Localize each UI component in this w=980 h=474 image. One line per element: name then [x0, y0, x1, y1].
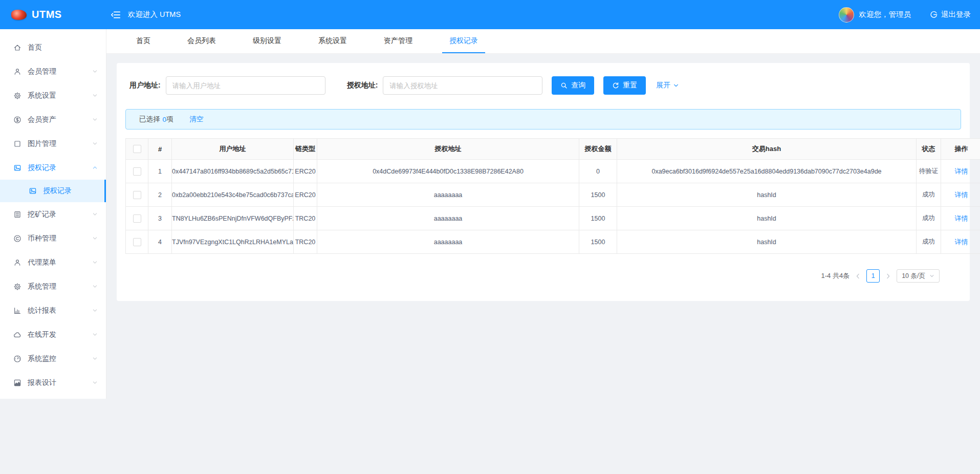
amount-cell: 1500	[579, 183, 617, 207]
chevron-down-icon	[929, 273, 934, 278]
select-all-checkbox[interactable]	[133, 145, 141, 153]
chevron-down-icon	[92, 117, 98, 122]
row-checkbox[interactable]	[133, 191, 141, 199]
clear-selection-link[interactable]: 清空	[190, 115, 204, 124]
sidebar-item-home[interactable]: 首页	[0, 35, 106, 59]
chevron-down-icon	[92, 260, 98, 265]
sidebar-item-label: 系统设置	[28, 91, 56, 100]
user-address-cell: TJVfn97VEzgngXtC1LQhRzLRHA1eMYLaQG	[172, 230, 294, 254]
sidebar-item-statistics-report[interactable]: 统计报表	[0, 298, 106, 322]
sidebar-item-online-dev[interactable]: 在线开发	[0, 322, 106, 347]
row-checkbox[interactable]	[133, 238, 141, 246]
chevron-up-icon	[92, 165, 98, 170]
sidebar-item-auth-records[interactable]: 授权记录	[0, 156, 106, 180]
selection-alert: 已选择 0 项 清空	[125, 109, 961, 130]
action-cell: 详情	[941, 183, 980, 207]
status-cell: 成功	[917, 230, 941, 254]
gear-icon	[13, 283, 21, 291]
detail-link[interactable]: 详情	[955, 238, 968, 246]
chevron-down-icon	[92, 332, 98, 337]
tab-label: 系统设置	[318, 36, 347, 46]
sidebar-item-report-design[interactable]: 报表设计	[0, 371, 106, 395]
search-button[interactable]: 查询	[552, 76, 594, 95]
chevron-down-icon	[92, 235, 98, 241]
sidebar-item-label: 统计报表	[28, 306, 56, 315]
square-icon	[13, 140, 21, 148]
area-chart-icon	[13, 379, 21, 387]
detail-link[interactable]: 详情	[955, 167, 968, 175]
index-cell: 2	[148, 183, 172, 207]
detail-link[interactable]: 详情	[955, 191, 968, 199]
sidebar: 首页会员管理系统设置会员资产图片管理授权记录授权记录挖矿记录币种管理代理菜单系统…	[0, 29, 106, 399]
detail-link[interactable]: 详情	[955, 214, 968, 222]
tx-hash-cell: hashId	[617, 207, 917, 230]
column-header: 授权地址	[317, 139, 579, 160]
sidebar-item-label: 在线开发	[28, 330, 56, 339]
sidebar-item-image-management[interactable]: 图片管理	[0, 132, 106, 156]
auth-address-cell: 0x4dCde69973f4E444b0fD0c1338E98B7286E42A…	[317, 160, 579, 183]
auth-address-cell: aaaaaaaa	[317, 207, 579, 230]
auth-address-input[interactable]	[383, 76, 542, 95]
column-header: 授权金额	[579, 139, 617, 160]
tab-asset-management[interactable]: 资产管理	[377, 29, 420, 53]
tab-label: 级别设置	[253, 36, 281, 46]
logo: UTMS	[0, 9, 106, 20]
tab-system-settings[interactable]: 系统设置	[311, 29, 354, 53]
content-area: 用户地址: 授权地址: 查询	[106, 54, 980, 474]
tab-level-settings[interactable]: 级别设置	[246, 29, 289, 53]
auth-address-label: 授权地址:	[347, 81, 378, 90]
tab-home[interactable]: 首页	[129, 29, 158, 53]
sidebar-item-mining-records[interactable]: 挖矿记录	[0, 202, 106, 226]
prev-page-icon[interactable]	[855, 273, 861, 279]
menu-fold-icon[interactable]	[111, 10, 121, 20]
reset-button[interactable]: 重置	[603, 76, 646, 95]
logout-button[interactable]: 退出登录	[929, 10, 971, 19]
column-header: 用户地址	[172, 139, 294, 160]
tx-hash-cell: hashId	[617, 230, 917, 254]
table-row: 10x447147a8016ff934bb8689c5a2d5b65c715b9…	[126, 160, 980, 183]
row-checkbox[interactable]	[133, 167, 141, 176]
tab-auth-records[interactable]: 授权记录	[442, 29, 485, 53]
chevron-down-icon	[92, 93, 98, 98]
sidebar-item-label: 首页	[28, 43, 42, 52]
filter-row: 用户地址: 授权地址: 查询	[129, 76, 961, 95]
sidebar-item-agent-menu[interactable]: 代理菜单	[0, 250, 106, 274]
top-header: UTMS 欢迎进入 UTMS 欢迎您，管理员 退出登录	[0, 0, 980, 29]
sidebar-item-label: 会员资产	[28, 115, 56, 124]
sidebar-item-label: 会员管理	[28, 67, 56, 76]
user-avatar[interactable]	[839, 7, 854, 23]
sidebar-item-label: 代理菜单	[28, 258, 56, 267]
next-page-icon[interactable]	[885, 273, 891, 279]
sidebar-item-label: 系统监控	[28, 354, 56, 363]
selection-suffix: 项	[166, 115, 173, 124]
select-all-header-cell	[126, 139, 148, 160]
auth-address-cell: aaaaaaaa	[317, 230, 579, 254]
auth-records-card: 用户地址: 授权地址: 查询	[117, 63, 970, 301]
page-size-select[interactable]: 10 条/页	[897, 269, 940, 283]
row-select-cell	[126, 230, 148, 254]
chevron-down-icon	[92, 141, 98, 146]
sidebar-subitem-auth-records-sub[interactable]: 授权记录	[0, 180, 106, 202]
sidebar-item-coin-management[interactable]: 币种管理	[0, 226, 106, 250]
index-cell: 4	[148, 230, 172, 254]
index-cell: 1	[148, 160, 172, 183]
chevron-down-icon	[92, 380, 98, 385]
column-header: 链类型	[294, 139, 317, 160]
sidebar-item-label: 币种管理	[28, 234, 56, 243]
sidebar-item-member-assets[interactable]: 会员资产	[0, 107, 106, 132]
table-row: 4TJVfn97VEzgngXtC1LQhRzLRHA1eMYLaQGTRC20…	[126, 230, 980, 254]
sidebar-item-member-management[interactable]: 会员管理	[0, 59, 106, 83]
sidebar-item-system-management[interactable]: 系统管理	[0, 274, 106, 298]
user-icon	[13, 68, 21, 76]
sidebar-item-system-settings[interactable]: 系统设置	[0, 83, 106, 107]
user-address-label: 用户地址:	[129, 81, 161, 90]
chevron-down-icon	[673, 82, 679, 89]
status-cell: 成功	[917, 207, 941, 230]
expand-link[interactable]: 展开	[656, 81, 679, 90]
sidebar-item-system-monitor[interactable]: 系统监控	[0, 347, 106, 371]
tab-member-list[interactable]: 会员列表	[180, 29, 223, 53]
row-checkbox[interactable]	[133, 214, 141, 223]
page-number-button[interactable]: 1	[866, 269, 880, 283]
tab-label: 资产管理	[384, 36, 412, 46]
user-address-input[interactable]	[166, 76, 325, 95]
